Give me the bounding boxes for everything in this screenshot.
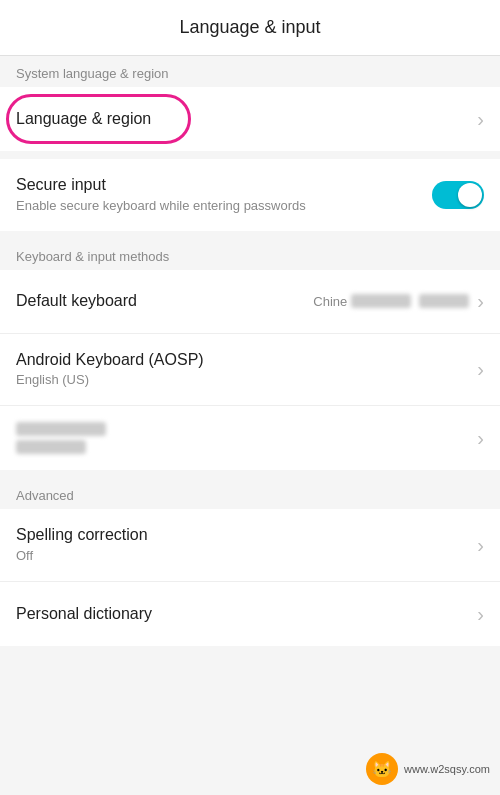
language-region-group: Language & region › [0,87,500,151]
page-title: Language & input [179,17,320,38]
secure-input-item[interactable]: Secure input Enable secure keyboard whil… [0,159,500,231]
language-region-title: Language & region [16,109,469,130]
default-keyboard-content: Default keyboard [16,291,313,312]
personal-dictionary-content: Personal dictionary [16,604,469,625]
secure-input-title: Secure input [16,175,432,196]
language-region-content: Language & region [16,109,469,130]
language-region-item[interactable]: Language & region › [0,87,500,151]
header: Language & input [0,0,500,56]
chevron-icon: › [477,603,484,626]
secure-input-content: Secure input Enable secure keyboard whil… [16,175,432,215]
spelling-correction-title: Spelling correction [16,525,469,546]
chevron-icon: › [477,427,484,450]
default-keyboard-item[interactable]: Default keyboard Chine › [0,270,500,334]
spelling-correction-item[interactable]: Spelling correction Off › [0,509,500,582]
blurred-subtitle [16,440,86,454]
advanced-group: Spelling correction Off › Personal dicti… [0,509,500,646]
watermark-icon: 🐱 [366,753,398,785]
chevron-icon: › [477,534,484,557]
chevron-icon: › [477,358,484,381]
gap-1 [0,151,500,159]
blurred-item[interactable]: › [0,406,500,470]
gap-3 [0,470,500,478]
blurred-value-2 [419,294,469,308]
keyboard-group: Default keyboard Chine › Android Keyboar… [0,270,500,471]
blurred-title [16,422,106,436]
blurred-item-content [16,422,469,454]
secure-input-subtitle: Enable secure keyboard while entering pa… [16,198,432,215]
android-keyboard-subtitle: English (US) [16,372,469,389]
chevron-icon: › [477,290,484,313]
default-keyboard-title: Default keyboard [16,291,313,312]
blurred-value-1 [351,294,411,308]
default-keyboard-value: Chine [313,294,469,309]
watermark: 🐱 www.w2sqsy.com [366,753,490,785]
android-keyboard-content: Android Keyboard (AOSP) English (US) [16,350,469,390]
section-label-system-language: System language & region [0,56,500,87]
chevron-icon: › [477,108,484,131]
secure-input-group: Secure input Enable secure keyboard whil… [0,159,500,231]
section-label-advanced: Advanced [0,478,500,509]
spelling-correction-subtitle: Off [16,548,469,565]
personal-dictionary-title: Personal dictionary [16,604,469,625]
personal-dictionary-item[interactable]: Personal dictionary › [0,582,500,646]
section-label-keyboard: Keyboard & input methods [0,239,500,270]
gap-2 [0,231,500,239]
android-keyboard-item[interactable]: Android Keyboard (AOSP) English (US) › [0,334,500,407]
watermark-text: www.w2sqsy.com [404,763,490,775]
secure-input-toggle[interactable] [432,181,484,209]
android-keyboard-title: Android Keyboard (AOSP) [16,350,469,371]
spelling-correction-content: Spelling correction Off [16,525,469,565]
